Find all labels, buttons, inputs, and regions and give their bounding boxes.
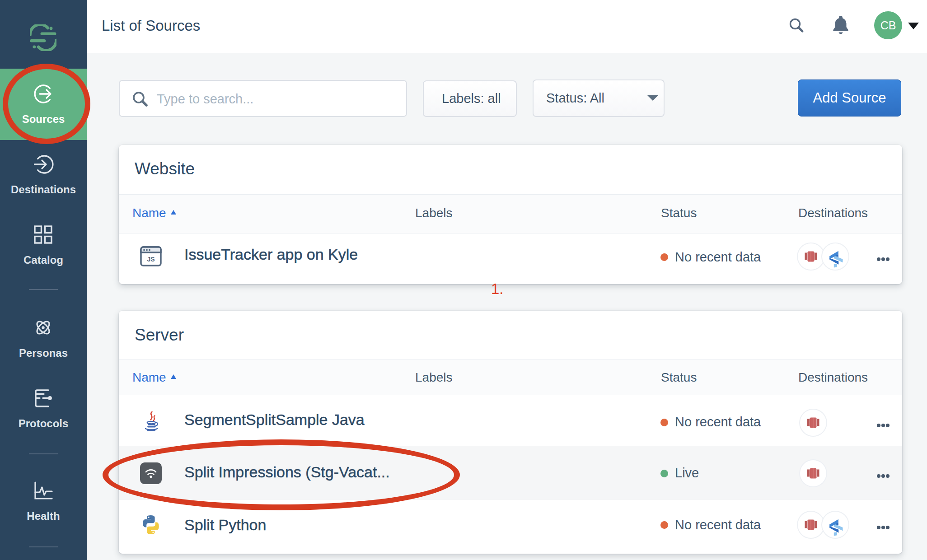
svg-text:JS: JS xyxy=(147,256,154,263)
